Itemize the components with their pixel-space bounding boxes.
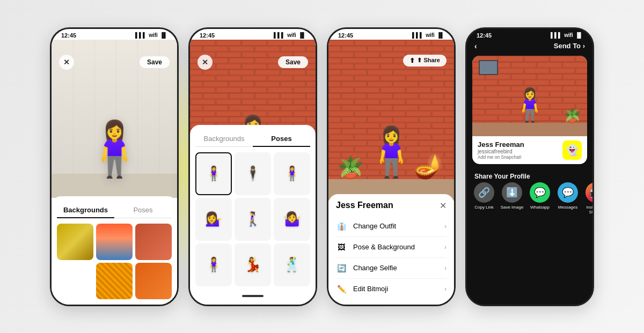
menu-change-selfie[interactable]: 🔄 Change Selfie › (336, 258, 447, 279)
instagram-label: Instagram Stories (584, 205, 592, 215)
share-icon: ⬆ (409, 57, 415, 64)
share-instagram[interactable]: 📷 Instagram Stories (584, 182, 592, 215)
bg-thumb-orange[interactable] (135, 263, 172, 299)
outfit-arrow: › (444, 223, 447, 230)
share-button[interactable]: ⬆ ⬆ Share (403, 55, 447, 66)
share-copy-link[interactable]: 🔗 Copy Link (472, 182, 496, 215)
save-image-icon: ⬇️ (502, 182, 522, 203)
wall-picture (479, 60, 498, 75)
profile-card-img: 🪴 🧍‍♀️ (472, 56, 587, 136)
profile-info: Jess Freeman jessicafreebird Add me on S… (472, 136, 587, 164)
modal-close-btn[interactable]: ✕ (440, 201, 447, 211)
signal-icon-4: ▌▌▌ (551, 32, 562, 38)
pose-icon-1: 🧍‍♀️ (205, 165, 222, 182)
pose-icon-7: 🧍‍♀️ (205, 256, 222, 273)
outfit-label: Change Outfit (353, 222, 438, 230)
bitmoji-character-3: 🧍‍♀️ (361, 124, 421, 180)
close-icon-2: ✕ (202, 58, 208, 66)
share-section: Share Your Profile 🔗 Copy Link ⬇️ Save I… (467, 167, 592, 220)
time-1: 12:45 (61, 32, 76, 39)
copy-link-label: Copy Link (474, 205, 494, 210)
share-modal: Jess Freeman ✕ 👔 Change Outfit › 🖼 Pose … (328, 194, 454, 305)
back-button[interactable]: ‹ (474, 42, 477, 50)
phone-header-1: ✕ Save (52, 55, 177, 70)
phone-1-backgrounds: 12:45 ▌▌▌ wifi ▐▌ 🧍‍♀️ ✕ (50, 27, 179, 306)
battery-icon-1: ▐▌ (160, 32, 167, 38)
bg-thumb-brick[interactable] (135, 224, 172, 260)
tab-poses-1[interactable]: Poses (114, 203, 172, 218)
profile-text: Jess Freeman jessicafreebird Add me on S… (478, 140, 524, 160)
messages-label: Messages (558, 205, 577, 210)
status-icons-4: ▌▌▌ wifi ▐▌ (551, 32, 583, 38)
pose-thumb-9[interactable]: 🕺 (274, 243, 310, 286)
modal-header: Jess Freeman ✕ (336, 201, 447, 211)
wifi-icon-1: wifi (149, 32, 158, 38)
copy-link-icon: 🔗 (474, 182, 494, 203)
pose-arrow: › (444, 243, 447, 251)
pose-thumb-2[interactable]: 🕴️ (235, 152, 271, 195)
menu-edit-bitmoji[interactable]: ✏️ Edit Bitmoji › (336, 279, 447, 299)
share-save-image[interactable]: ⬇️ Save Image (500, 182, 524, 215)
share-icons-row: 🔗 Copy Link ⬇️ Save Image 💬 Whatsapp 💬 M… (467, 182, 592, 218)
page-container: 12:45 ▌▌▌ wifi ▐▌ 🧍‍♀️ ✕ (0, 0, 644, 333)
menu-pose-background[interactable]: 🖼 Pose & Background › (336, 237, 447, 258)
pose-thumb-4[interactable]: 💁‍♀️ (195, 198, 232, 241)
save-button-2[interactable]: Save (278, 56, 308, 68)
signal-icon-3: ▌▌▌ (412, 32, 423, 38)
selfie-arrow: › (444, 264, 447, 272)
pose-thumb-5[interactable]: 🚶‍♀️ (235, 198, 271, 241)
card-plant: 🪴 (564, 107, 581, 124)
pose-icon: 🖼 (336, 242, 347, 253)
bg-thumb-pattern[interactable] (96, 263, 133, 299)
close-button-1[interactable]: ✕ (59, 55, 74, 70)
pose-label: Pose & Background (353, 243, 438, 251)
signal-icon-2: ▌▌▌ (274, 32, 285, 38)
time-2: 12:45 (200, 32, 215, 39)
battery-icon-4: ▐▌ (575, 32, 583, 38)
edit-label: Edit Bitmoji (353, 285, 438, 293)
share-whatsapp[interactable]: 💬 Whatsapp (528, 182, 552, 215)
bg-thumb-sunset[interactable] (96, 224, 133, 260)
share-section-title: Share Your Profile (467, 169, 592, 182)
close-button-2[interactable]: ✕ (197, 55, 213, 70)
selfie-icon: 🔄 (336, 263, 347, 273)
status-icons-2: ▌▌▌ wifi ▐▌ (274, 32, 306, 38)
phone-header-3: ⬆ ⬆ Share (328, 55, 454, 66)
status-bar-2: 12:45 ▌▌▌ wifi ▐▌ (190, 29, 316, 40)
pose-thumb-1[interactable]: 🧍‍♀️ (195, 152, 232, 195)
pose-thumb-8[interactable]: 💃 (235, 243, 271, 286)
bg-thumb-gold[interactable] (57, 224, 93, 260)
bg-thumb-blue[interactable] (57, 263, 93, 299)
share-messages[interactable]: 💬 Messages (556, 182, 580, 215)
plant-decor-3: 🪴 (337, 155, 364, 180)
profile-name: Jess Freeman (478, 140, 524, 149)
brick-bg-3: 🪔 🪴 🧍‍♀️ ⬆ ⬆ Share (328, 40, 454, 201)
menu-change-outfit[interactable]: 👔 Change Outfit › (336, 216, 447, 237)
tab-poses-2[interactable]: Poses (253, 131, 310, 147)
phone-header-2: ✕ Save (190, 55, 316, 70)
save-button-1[interactable]: Save (140, 56, 170, 68)
tab-backgrounds-1[interactable]: Backgrounds (57, 203, 114, 218)
messages-icon: 💬 (558, 182, 578, 203)
pose-thumb-3[interactable]: 🧍‍♀️ (274, 152, 310, 195)
wifi-icon-4: wifi (564, 32, 573, 38)
pose-icon-4: 💁‍♀️ (205, 211, 222, 227)
pose-thumb-6[interactable]: 🤷‍♀️ (274, 198, 310, 241)
bg-grid-1 (57, 224, 172, 299)
save-image-label: Save Image (501, 205, 524, 210)
wifi-icon-3: wifi (426, 32, 435, 38)
pose-thumb-7[interactable]: 🧍‍♀️ (195, 243, 232, 286)
status-bar-4: 12:45 ▌▌▌ wifi ▐▌ (467, 29, 592, 40)
bitmoji-character-1: 🧍‍♀️ (81, 122, 148, 175)
edit-arrow: › (444, 285, 447, 293)
tab-backgrounds-2[interactable]: Backgrounds (195, 131, 253, 146)
time-3: 12:45 (338, 32, 353, 39)
share-label: ⬆ Share (417, 57, 440, 64)
close-icon-1: ✕ (63, 58, 70, 66)
dark-nav-header: ‹ Send To › (467, 40, 592, 53)
status-icons-1: ▌▌▌ wifi ▐▌ (135, 32, 167, 38)
send-to-button[interactable]: Send To › (554, 42, 585, 50)
status-icons-3: ▌▌▌ wifi ▐▌ (412, 32, 444, 38)
time-4: 12:45 (477, 32, 492, 39)
bottom-panel-1: Backgrounds Poses (52, 196, 177, 305)
